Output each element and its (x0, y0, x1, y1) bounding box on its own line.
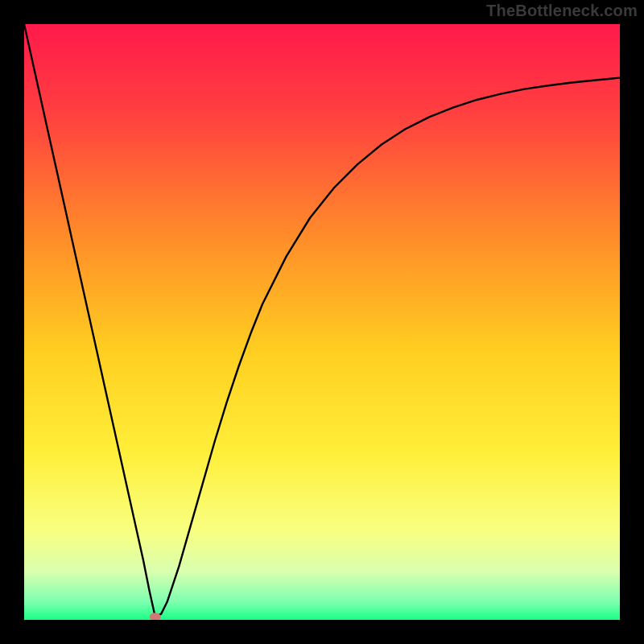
bottleneck-chart (24, 24, 620, 620)
gradient-background (24, 24, 620, 620)
plot-area (24, 24, 620, 620)
chart-frame: TheBottleneck.com (0, 0, 644, 644)
attribution-label: TheBottleneck.com (486, 2, 638, 20)
